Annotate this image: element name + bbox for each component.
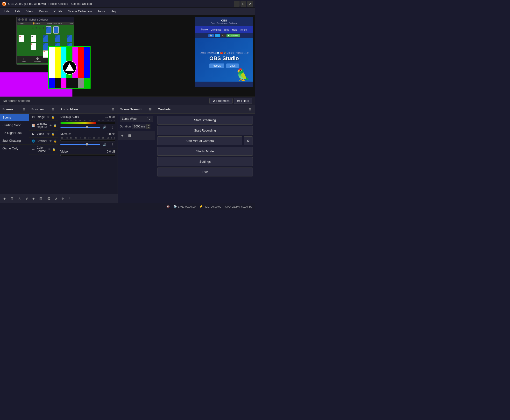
source-lock-color[interactable]: 🔒 [52, 148, 56, 151]
image-source-icon: 🖼 [31, 115, 35, 119]
controls-panel: Controls ⊞ Start Streaming Start Recordi… [155, 105, 255, 203]
scene-item-scene[interactable]: Scene [0, 114, 29, 121]
transitions-remove-btn[interactable]: 🗑 [126, 133, 133, 138]
mic-audio-meter [60, 140, 115, 142]
transitions-add-btn[interactable]: + [120, 133, 125, 138]
desktop-audio-thumb[interactable] [86, 126, 88, 128]
settings-button[interactable]: Settings [157, 157, 253, 166]
sol-btn-1 [18, 18, 21, 21]
video-audio-db: 0.0 dB [107, 150, 115, 153]
source-visible-color[interactable]: 👁 [47, 148, 51, 151]
controls-panel-menu-btn[interactable]: ⊞ [248, 107, 252, 112]
source-visible-video[interactable]: 👁 [47, 133, 50, 136]
mic-audio-more[interactable]: ⋮ [109, 142, 115, 147]
source-item-image[interactable]: 🖼 Image 👁 🔒 [29, 114, 58, 121]
exit-button[interactable]: Exit [157, 167, 253, 176]
filters-button[interactable]: ▦ Filters [234, 98, 252, 104]
menu-item-scene-collection[interactable]: Scene Collection [66, 8, 94, 14]
scene-item-be-right-back[interactable]: Be Right Back [0, 129, 29, 137]
menu-item-help[interactable]: Help [108, 8, 120, 14]
desktop-audio-slider[interactable] [60, 127, 100, 128]
sol-time: 0:00 [69, 22, 73, 25]
scenes-panel-menu-btn[interactable]: ⊞ [22, 107, 26, 112]
title-bar-controls: ─ □ ✕ [234, 1, 253, 7]
source-lock-window[interactable]: 🔒 [53, 124, 57, 127]
menu-item-tools[interactable]: Tools [95, 8, 107, 14]
obs-macos-btn[interactable]: macOS [209, 63, 224, 68]
audio-more-btn[interactable]: ⋮ [67, 196, 73, 201]
obs-contrib-btn[interactable]: ♥ Contribute [227, 34, 240, 37]
source-status-bar: No source selected ⚙ Properties ▦ Filter… [0, 97, 255, 105]
sources-settings-btn[interactable]: ⚙ [46, 196, 52, 201]
bottom-panels: Scenes ⊞ Scene Starting Soon Be Right Ba… [0, 105, 255, 203]
start-recording-button[interactable]: Start Recording [157, 126, 253, 135]
obs-github-btn[interactable]: ⬡ [221, 34, 226, 37]
obs-linux-btn[interactable]: Linux [226, 63, 239, 68]
mic-audio-db: 0.0 dB [107, 133, 115, 136]
source-controls-browser: 👁 🔒 [49, 140, 57, 143]
scenes-panel-header: Scenes ⊞ [0, 105, 29, 114]
desktop-audio-more[interactable]: ⋮ [109, 125, 115, 129]
minimize-button[interactable]: ─ [234, 1, 240, 7]
sources-add-btn[interactable]: + [31, 196, 36, 201]
mic-audio-slider[interactable] [60, 144, 100, 145]
audio-panel-menu-btn[interactable]: ⊞ [111, 107, 115, 112]
studio-mode-button[interactable]: Studio Mode [157, 147, 253, 156]
transitions-panel-menu-btn[interactable]: ⊞ [148, 107, 153, 112]
source-item-video[interactable]: ▶ Video 👁 🔒 [29, 131, 58, 138]
source-name-window: Window Capture [37, 122, 47, 129]
source-lock-video[interactable]: 🔒 [51, 133, 55, 136]
scene-item-game-only[interactable]: Game Only [0, 145, 29, 152]
restore-button[interactable]: □ [241, 1, 246, 7]
menu-item-edit[interactable]: Edit [13, 8, 23, 14]
audio-settings-btn[interactable]: ⚙ [60, 196, 65, 201]
live-status: 📡 LIVE: 00:00:00 [174, 205, 196, 208]
menu-item-profile[interactable]: Profile [51, 8, 65, 14]
start-streaming-button[interactable]: Start Streaming [157, 116, 253, 125]
desktop-audio-mute[interactable]: 🔊 [101, 125, 108, 129]
scenes-remove-btn[interactable]: 🗑 [8, 196, 15, 201]
window-source-icon: 🪟 [31, 124, 35, 128]
mic-audio-mute[interactable]: 🔊 [101, 142, 108, 147]
source-name-browser: Browser [37, 139, 47, 143]
audio-mixer-panel: Audio Mixer ⊞ Desktop Audio -12.0 dB -60… [58, 105, 118, 203]
obs-twitter-btn[interactable]: 🐦 [215, 34, 220, 37]
muted-icon: 🔇 [166, 205, 170, 208]
obs-hero-buttons: macOS Linux [209, 63, 239, 68]
bot-stripe-1 [49, 78, 55, 88]
source-lock-image[interactable]: 🔒 [51, 116, 55, 119]
menu-item-docks[interactable]: Docks [37, 8, 50, 14]
source-visible-window[interactable]: 👁 [49, 124, 52, 127]
source-visible-image[interactable]: 👁 [47, 116, 50, 119]
source-item-browser[interactable]: 🌐 Browser 👁 🔒 [29, 138, 58, 145]
title-bar: OBS 28.0.0 (64-bit, windows) - Profile: … [0, 0, 255, 8]
sources-panel-menu-btn[interactable]: ⊞ [51, 107, 55, 112]
source-item-window[interactable]: 🪟 Window Capture 👁 🔒 [29, 121, 58, 131]
rec-time: REC: 00:00:00 [204, 205, 221, 208]
source-item-color[interactable]: ✏ Color Source 👁 🔒 [29, 145, 58, 155]
scenes-up-btn[interactable]: ∧ [17, 196, 23, 201]
source-controls-image: 👁 🔒 [47, 116, 55, 119]
source-lock-browser[interactable]: 🔒 [53, 140, 57, 143]
sources-remove-btn[interactable]: 🗑 [38, 196, 44, 201]
obs-site-hero: Latest Release 🪟 🍎 🐧 28.0.0 · August 31s… [195, 38, 253, 82]
duration-down-btn[interactable]: ▼ [147, 127, 151, 129]
transition-type-select[interactable]: Luma Wipe ⌃⌄ [120, 116, 153, 122]
menu-item-file[interactable]: File [2, 8, 12, 14]
menu-item-view[interactable]: View [24, 8, 36, 14]
transitions-more-btn[interactable]: ⋮ [135, 133, 141, 138]
scene-item-starting-soon[interactable]: Starting Soon [0, 121, 29, 129]
duration-up-btn[interactable]: ▲ [147, 124, 151, 127]
obs-mastodon-btn[interactable]: 🐘 [208, 34, 214, 37]
mic-audio-thumb[interactable] [86, 143, 88, 146]
virtual-camera-settings-btn[interactable]: ⚙ [244, 136, 253, 145]
start-virtual-camera-button[interactable]: Start Virtual Camera [157, 136, 242, 145]
card-col-1: K♥ [19, 35, 24, 65]
bot-stripe-6 [78, 78, 84, 88]
scene-item-just-chatting[interactable]: Just Chatting [0, 137, 29, 145]
source-visible-browser[interactable]: 👁 [49, 140, 52, 143]
close-button[interactable]: ✕ [247, 1, 253, 7]
properties-button[interactable]: ⚙ Properties [209, 98, 233, 104]
source-name-image: Image [37, 115, 45, 119]
scenes-add-btn[interactable]: + [2, 196, 7, 201]
